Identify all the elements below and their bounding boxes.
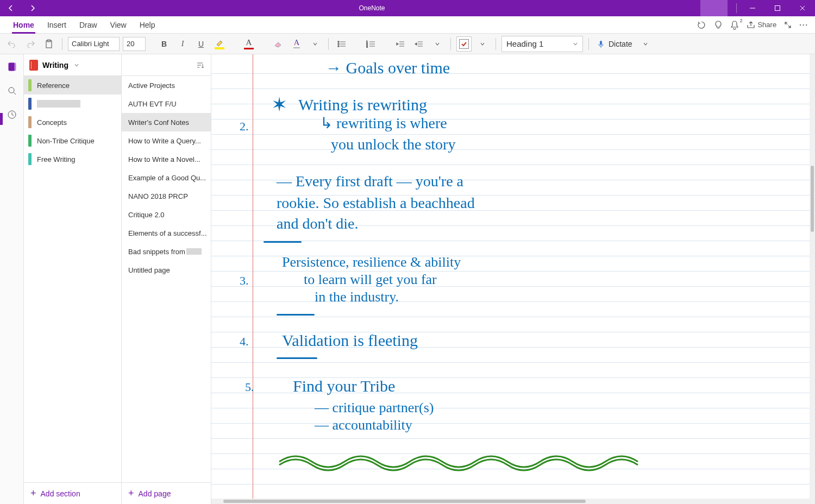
svg-point-3 xyxy=(338,41,339,42)
vertical-scrollbar[interactable] xyxy=(810,54,815,499)
account-box[interactable] xyxy=(700,0,728,16)
page-item[interactable]: Untitled page xyxy=(122,261,211,279)
page-item[interactable]: Example of a Good Qu... xyxy=(122,168,211,187)
font-dropdown-chevron[interactable] xyxy=(308,36,323,52)
section-label: Non-Tribe Critique xyxy=(37,137,95,145)
clipboard-button[interactable] xyxy=(41,36,57,52)
share-button[interactable]: Share xyxy=(747,21,776,29)
maximize-button[interactable] xyxy=(765,0,790,16)
dictate-button[interactable]: Dictate xyxy=(594,40,635,48)
paragraph-dropdown-chevron[interactable] xyxy=(430,36,445,52)
page-label: Active Projects xyxy=(128,81,175,90)
horizontal-scrollbar[interactable] xyxy=(211,499,815,504)
font-name-input[interactable] xyxy=(68,37,120,51)
back-button[interactable] xyxy=(0,0,22,16)
pages-panel: Active ProjectsAUTH EVT F/UWriter's Conf… xyxy=(122,54,211,504)
notebook-selector[interactable]: Writing xyxy=(24,54,121,76)
highlight-button[interactable] xyxy=(212,36,227,52)
section-item[interactable]: Reference xyxy=(24,76,121,94)
page-label: How to Write a Query... xyxy=(128,137,201,145)
svg-point-4 xyxy=(338,43,339,44)
sort-icon[interactable] xyxy=(196,61,204,70)
section-item[interactable]: Non-Tribe Critique xyxy=(24,131,121,150)
handwriting-line: → Goals over time xyxy=(325,59,450,77)
outdent-button[interactable] xyxy=(393,36,408,52)
page-item[interactable]: Critique 2.0 xyxy=(122,205,211,224)
recent-icon[interactable] xyxy=(7,110,17,122)
page-label: Untitled page xyxy=(128,266,170,274)
share-label: Share xyxy=(757,21,776,29)
redo-button[interactable] xyxy=(23,36,38,52)
eraser-button[interactable] xyxy=(271,36,286,52)
page-item[interactable]: NANO 2018 PRCP xyxy=(122,187,211,205)
font-color-button[interactable]: A xyxy=(241,36,256,52)
tab-insert[interactable]: Insert xyxy=(41,17,73,33)
more-icon[interactable]: ··· xyxy=(799,21,808,29)
handwriting-line: you unlock the story xyxy=(331,136,455,153)
sync-icon[interactable] xyxy=(697,20,706,30)
clear-formatting-button[interactable]: A xyxy=(289,36,304,52)
handwriting-line: — Every first draft — you're a xyxy=(277,173,463,190)
handwriting-number: 4. xyxy=(240,335,249,349)
forward-button[interactable] xyxy=(22,0,43,16)
section-label: Free Writing xyxy=(37,155,76,163)
search-icon[interactable] xyxy=(7,86,17,98)
numbered-list-button[interactable]: 123 xyxy=(363,36,379,52)
tag-dropdown-chevron[interactable] xyxy=(475,36,490,52)
page-item[interactable]: How to Write a Query... xyxy=(122,131,211,150)
page-label: Writer's Conf Notes xyxy=(128,118,189,127)
page-label: Bad snippets from xyxy=(128,248,185,256)
svg-text:3: 3 xyxy=(366,46,368,48)
indent-button[interactable] xyxy=(411,36,427,52)
section-color-tab xyxy=(28,79,32,91)
fullscreen-icon[interactable] xyxy=(784,21,792,29)
font-size-input[interactable] xyxy=(123,37,146,51)
page-label-redacted xyxy=(186,248,202,255)
page-item[interactable]: Writer's Conf Notes xyxy=(122,113,211,131)
notebook-icon xyxy=(29,60,38,71)
main-area: Writing ReferenceConceptsNon-Tribe Criti… xyxy=(0,54,815,504)
page-label: NANO 2018 PRCP xyxy=(128,192,188,200)
tab-help[interactable]: Help xyxy=(133,17,162,33)
add-page-button[interactable]: + Add page xyxy=(122,482,211,504)
page-item[interactable]: Active Projects xyxy=(122,76,211,94)
page-item[interactable]: Bad snippets from xyxy=(122,242,211,261)
page-item[interactable]: Elements of a successf... xyxy=(122,224,211,242)
page-label: AUTH EVT F/U xyxy=(128,100,177,108)
tab-home[interactable]: Home xyxy=(7,17,41,33)
close-button[interactable] xyxy=(790,0,815,16)
italic-button[interactable]: I xyxy=(175,36,190,52)
bullet-list-button[interactable] xyxy=(334,36,349,52)
style-select[interactable]: Heading 1 xyxy=(501,36,583,52)
left-rail xyxy=(0,54,24,504)
tab-view[interactable]: View xyxy=(104,17,133,33)
green-scribble xyxy=(277,445,668,472)
section-item[interactable]: Concepts xyxy=(24,113,121,131)
section-item[interactable] xyxy=(24,94,121,113)
handwriting-layer: → Goals over time✶Writing is rewriting↳ … xyxy=(211,54,815,504)
tab-draw[interactable]: Draw xyxy=(73,17,104,33)
section-label: Reference xyxy=(37,81,70,90)
note-canvas[interactable]: → Goals over time✶Writing is rewriting↳ … xyxy=(211,54,815,504)
underline-button[interactable]: U xyxy=(193,36,209,52)
handwriting-line: rookie. So establish a beachhead xyxy=(277,194,475,212)
page-item[interactable]: AUTH EVT F/U xyxy=(122,94,211,113)
todo-tag-button[interactable] xyxy=(456,36,472,52)
bold-button[interactable]: B xyxy=(156,36,172,52)
page-item[interactable]: How to Write a Novel... xyxy=(122,150,211,168)
section-color-tab xyxy=(28,116,32,128)
undo-button[interactable] xyxy=(4,36,20,52)
section-item[interactable]: Free Writing xyxy=(24,150,121,168)
notebooks-icon[interactable] xyxy=(7,62,17,74)
handwriting-underline xyxy=(264,241,302,243)
page-label: Critique 2.0 xyxy=(128,211,164,219)
window-controls xyxy=(740,0,815,16)
title-bar: OneNote xyxy=(0,0,815,16)
toolbar: B I U A A 123 Heading 1 Dictate xyxy=(0,34,815,54)
minimize-button[interactable] xyxy=(740,0,765,16)
add-section-button[interactable]: + Add section xyxy=(24,482,121,504)
handwriting-line: ↳ rewriting is where xyxy=(320,114,447,132)
lightbulb-icon[interactable] xyxy=(714,20,723,30)
dictate-dropdown-chevron[interactable] xyxy=(638,36,653,52)
notifications-icon[interactable]: 2 xyxy=(730,20,739,30)
